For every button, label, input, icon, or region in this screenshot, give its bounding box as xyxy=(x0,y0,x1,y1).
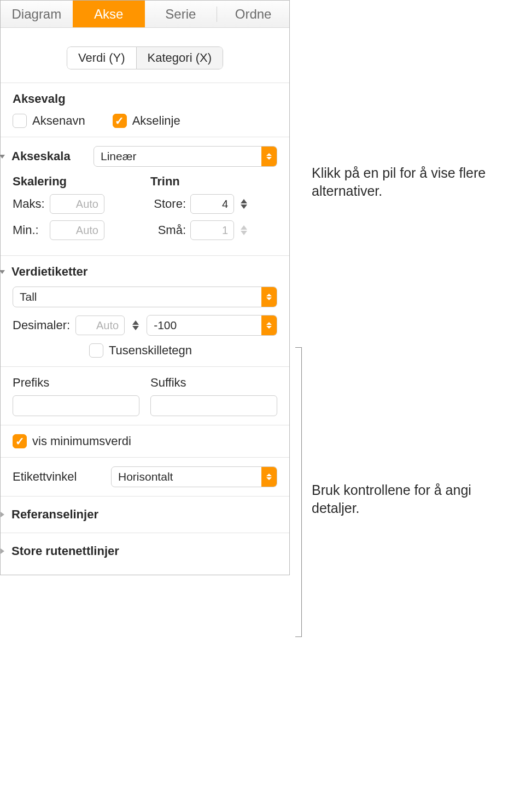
chevron-right-icon xyxy=(0,511,6,518)
svg-marker-1 xyxy=(0,270,5,274)
small-stepper[interactable] xyxy=(238,220,249,240)
steps-title: Trinn xyxy=(150,174,277,189)
tab-akse[interactable]: Akse xyxy=(73,1,145,27)
suffix-input[interactable] xyxy=(150,395,277,416)
axis-segmented-control: Verdi (Y) Kategori (X) xyxy=(67,46,223,69)
prefix-label: Prefiks xyxy=(13,376,139,390)
checkbox-icon xyxy=(113,114,127,128)
callout-top: Klikk på en pil for å vise flere alterna… xyxy=(312,164,508,200)
section-reference-lines[interactable]: Referanselinjer xyxy=(0,496,277,533)
min-input[interactable] xyxy=(50,220,104,240)
checkbox-show-min[interactable]: vis minimumsverdi xyxy=(13,434,277,448)
checkbox-thousands[interactable]: Tusenskilletegn xyxy=(89,343,277,358)
checkbox-icon xyxy=(89,343,103,358)
axis-name-label: Aksenavn xyxy=(32,114,85,128)
chevron-right-icon xyxy=(0,547,6,555)
decimals-stepper[interactable] xyxy=(130,316,141,335)
checkbox-axis-line[interactable]: Akselinje xyxy=(113,114,180,128)
main-tabs: Diagram Akse Serie Ordne xyxy=(1,1,289,28)
tab-diagram[interactable]: Diagram xyxy=(1,1,73,27)
callout-mid: Bruk kontrollene for å angi detaljer. xyxy=(312,481,508,517)
small-input[interactable] xyxy=(190,220,234,240)
format-panel: Diagram Akse Serie Ordne Verdi (Y) Kateg… xyxy=(0,0,290,575)
section-axis-options: Aksevalg Aksenavn Akselinje xyxy=(13,83,277,137)
checkbox-icon xyxy=(13,114,27,128)
decimals-label: Desimaler: xyxy=(13,318,70,332)
show-min-label: vis minimumsverdi xyxy=(32,434,131,448)
big-label: Store: xyxy=(150,197,186,211)
checkbox-icon xyxy=(13,434,27,448)
decimals-input[interactable] xyxy=(75,316,125,335)
max-input[interactable] xyxy=(50,194,104,214)
value-labels-title: Verdietiketter xyxy=(11,265,87,279)
seg-category-x[interactable]: Kategori (X) xyxy=(136,46,223,69)
value-labels-type-popup[interactable]: Tall xyxy=(13,287,277,307)
negative-format-popup[interactable]: -100 xyxy=(147,315,277,336)
popup-arrows-icon xyxy=(261,316,277,335)
negative-format-value: -100 xyxy=(147,319,261,332)
disclosure-axis-scale[interactable] xyxy=(0,153,6,160)
max-label: Maks: xyxy=(13,197,45,211)
callout-bracket xyxy=(295,347,302,637)
section-show-min: vis minimumsverdi xyxy=(13,425,277,457)
section-gridlines[interactable]: Store rutenettlinjer xyxy=(0,533,277,575)
reference-lines-label: Referanselinjer xyxy=(11,507,98,522)
section-label-angle: Etikettvinkel Horisontalt xyxy=(13,458,277,496)
disclosure-reference-lines[interactable] xyxy=(0,511,6,518)
prefix-input[interactable] xyxy=(13,395,139,416)
tab-ordne[interactable]: Ordne xyxy=(217,1,289,27)
svg-marker-2 xyxy=(1,512,4,517)
chevron-down-icon xyxy=(0,153,6,160)
axis-scale-value: Lineær xyxy=(94,150,261,163)
label-angle-value: Horisontalt xyxy=(112,470,261,483)
popup-arrows-icon xyxy=(261,147,277,166)
disclosure-value-labels[interactable] xyxy=(0,268,6,276)
svg-marker-0 xyxy=(0,155,5,159)
checkbox-axis-name[interactable]: Aksenavn xyxy=(13,114,85,128)
callouts-area: Klikk på en pil for å vise flere alterna… xyxy=(290,0,508,812)
scaling-title: Skalering xyxy=(13,174,139,189)
section-axis-scale: Akseskala Lineær Skalering Maks: xyxy=(13,137,277,255)
popup-arrows-icon xyxy=(261,467,277,487)
chevron-down-icon xyxy=(0,268,6,276)
axis-scale-title: Akseskala xyxy=(11,149,88,163)
disclosure-gridlines[interactable] xyxy=(0,547,6,555)
popup-arrows-icon xyxy=(261,287,277,307)
label-angle-label: Etikettvinkel xyxy=(13,470,95,484)
label-angle-popup[interactable]: Horisontalt xyxy=(111,466,277,487)
suffix-label: Suffiks xyxy=(150,376,277,390)
thousands-label: Tusenskilletegn xyxy=(109,343,192,358)
seg-value-y[interactable]: Verdi (Y) xyxy=(67,46,136,69)
gridlines-label: Store rutenettlinjer xyxy=(11,544,119,558)
section-prefix-suffix: Prefiks Suffiks xyxy=(13,367,277,425)
axis-scale-popup[interactable]: Lineær xyxy=(94,146,277,167)
tab-serie[interactable]: Serie xyxy=(145,1,217,27)
section-value-labels: Verdietiketter Tall Desimaler: -100 Tuse… xyxy=(13,256,277,366)
axis-line-label: Akselinje xyxy=(132,114,180,128)
svg-marker-3 xyxy=(1,548,4,554)
min-label: Min.: xyxy=(13,223,45,237)
small-label: Små: xyxy=(150,223,186,237)
axis-options-title: Aksevalg xyxy=(13,92,277,106)
value-labels-type: Tall xyxy=(13,290,261,303)
big-input[interactable] xyxy=(190,194,234,214)
big-stepper[interactable] xyxy=(238,194,249,214)
